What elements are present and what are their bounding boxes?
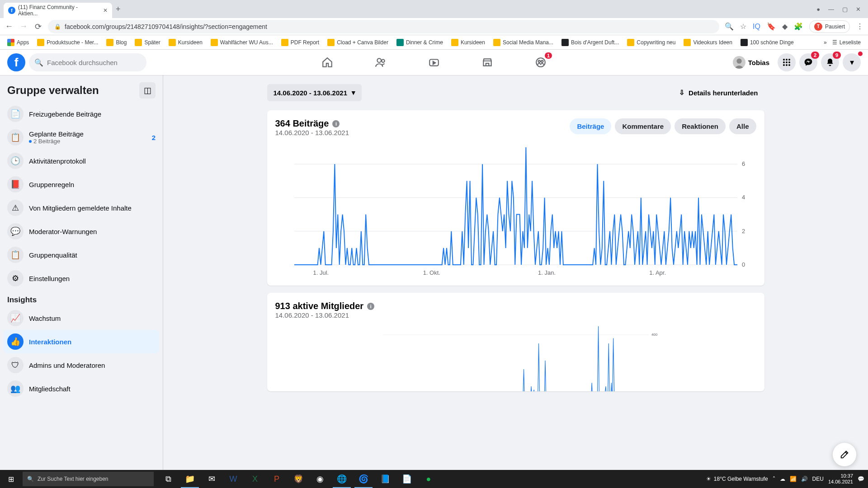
excel-icon[interactable]: X xyxy=(244,470,266,488)
bookmark[interactable]: Produktsuche - Mer... xyxy=(34,38,101,47)
filter-pill[interactable]: Reaktionen xyxy=(675,118,726,134)
sidebar-insights-item[interactable]: 🛡Admins und Moderatoren xyxy=(4,353,159,377)
bookmark[interactable]: Videokurs Ideen xyxy=(681,38,735,47)
nav-watch[interactable] xyxy=(409,50,459,75)
star-icon[interactable]: ☆ xyxy=(740,22,746,31)
close-tab-icon[interactable]: ✕ xyxy=(103,7,108,14)
brave-icon[interactable]: 🦁 xyxy=(288,470,309,488)
sidebar-item[interactable]: 📋Gruppenqualität xyxy=(4,243,159,267)
messenger-button[interactable]: 2 xyxy=(799,53,817,71)
bookmark[interactable]: Cload + Canva Bilder xyxy=(325,38,391,47)
bookmark[interactable]: Wahlfächer WU Aus... xyxy=(208,38,276,47)
volume-icon[interactable]: 🔊 xyxy=(801,476,808,482)
maximize-icon[interactable]: ▢ xyxy=(842,6,848,13)
menu-icon[interactable]: ⋮ xyxy=(856,22,863,31)
notifications-button[interactable]: 9 xyxy=(821,53,839,71)
wifi-icon[interactable]: 📶 xyxy=(790,476,797,482)
sidebar-item[interactable]: 💬Moderator-Warnungen xyxy=(4,220,159,243)
bookmark[interactable]: Bois d'Argent Duft... xyxy=(559,38,622,47)
account-dot-icon[interactable]: ● xyxy=(816,6,820,13)
bookmark[interactable]: PDF Report xyxy=(278,38,322,47)
mail-icon[interactable]: ✉ xyxy=(201,470,222,488)
edge-icon[interactable]: 🌀 xyxy=(353,470,374,488)
sidebar-insights-item[interactable]: 👥Mitgliedschaft xyxy=(4,377,159,400)
bookmark-icon xyxy=(135,39,142,46)
nav-groups[interactable]: 1 xyxy=(516,50,566,75)
fb-search[interactable]: 🔍 xyxy=(29,53,146,71)
weather-widget[interactable]: ☀ 18°C Gelbe Warnstufe xyxy=(706,476,768,482)
bookmark[interactable]: Später xyxy=(132,38,163,47)
bookmark-overflow[interactable]: » xyxy=(824,39,827,46)
bookmark-icon xyxy=(561,39,569,46)
account-menu-button[interactable]: ▾ xyxy=(843,53,861,71)
compose-button[interactable] xyxy=(833,443,856,466)
profile-link[interactable]: Tobias xyxy=(731,54,774,70)
fb-logo[interactable]: f xyxy=(7,53,25,71)
sidebar-insights-item[interactable]: 👍Interaktionen xyxy=(4,330,159,353)
search-input[interactable] xyxy=(47,59,141,66)
sidebar-item[interactable]: ⚠Von Mitgliedern gemeldete Inhalte xyxy=(4,196,159,220)
bookmark[interactable]: 100 schöne Dinge xyxy=(738,38,797,47)
close-window-icon[interactable]: ✕ xyxy=(856,6,861,13)
dns-icon[interactable]: ◆ xyxy=(782,22,788,31)
bookmark[interactable]: Kursideen xyxy=(448,38,488,47)
notepad-icon[interactable]: 📄 xyxy=(396,470,418,488)
bookmark[interactable]: Apps xyxy=(5,38,32,47)
taskbar-search[interactable]: 🔍 Zur Suche Text hier eingeben xyxy=(23,472,154,486)
bookmark[interactable]: Dinner & Crime xyxy=(394,38,446,47)
bookmark[interactable]: Kursideen xyxy=(166,38,205,47)
sidebar-item[interactable]: 📄Freizugebende Beiträge xyxy=(4,102,159,126)
nav-home[interactable] xyxy=(302,50,352,75)
minimize-icon[interactable]: — xyxy=(828,6,834,13)
sidebar-item[interactable]: ⚙Einstellungen xyxy=(4,267,159,290)
tray-chevron-icon[interactable]: ˄ xyxy=(773,476,775,482)
url-bar[interactable]: 🔒 facebook.com/groups/214827109704148/in… xyxy=(48,20,719,33)
filter-pill[interactable]: Alle xyxy=(729,118,756,134)
nav-marketplace[interactable] xyxy=(462,50,512,75)
info-icon[interactable]: i xyxy=(332,120,340,127)
apps-menu-button[interactable] xyxy=(778,53,796,71)
nav-friends[interactable] xyxy=(356,50,406,75)
clock[interactable]: 10:37 14.06.2021 xyxy=(828,473,853,485)
back-icon[interactable]: ← xyxy=(5,22,14,31)
bookmark-icon xyxy=(169,39,176,46)
sidebar-item[interactable]: 🕒Aktivitätenprotokoll xyxy=(4,149,159,173)
word-icon[interactable]: W xyxy=(222,470,244,488)
download-details-button[interactable]: ⇩ Details herunterladen xyxy=(673,84,764,101)
info-icon[interactable]: i xyxy=(367,303,374,310)
app-icon[interactable]: 📘 xyxy=(374,470,396,488)
bookmark-icon xyxy=(396,39,404,46)
extensions-icon[interactable]: 🧩 xyxy=(794,22,803,31)
reload-icon[interactable]: ⟳ xyxy=(33,22,42,32)
notification-center-icon[interactable]: 💬 xyxy=(858,476,864,482)
powerpoint-icon[interactable]: P xyxy=(266,470,288,488)
date-range-selector[interactable]: 14.06.2020 - 13.06.2021 ▾ xyxy=(267,84,362,101)
filter-pill[interactable]: Beiträge xyxy=(570,118,611,134)
filter-pill[interactable]: Kommentare xyxy=(615,118,671,134)
chrome-icon[interactable]: 🌐 xyxy=(331,470,353,488)
bookmark[interactable]: Blog xyxy=(104,38,129,47)
zoom-icon[interactable]: 🔍 xyxy=(725,22,734,31)
sidebar-item-icon: 📋 xyxy=(7,129,24,145)
profile-pause-button[interactable]: T Pausiert xyxy=(809,20,850,33)
start-button[interactable]: ⊞ xyxy=(0,470,22,488)
iq-icon[interactable]: IQ xyxy=(753,23,760,31)
bookmark[interactable]: Social Media Mana... xyxy=(491,38,556,47)
sidebar-item[interactable]: 📕Gruppenregeln xyxy=(4,173,159,196)
sidebar-item[interactable]: 📋Geplante Beiträge2 Beiträge2 xyxy=(4,126,159,149)
spotify-icon[interactable]: ● xyxy=(418,470,439,488)
tag-icon[interactable]: 🔖 xyxy=(767,22,776,31)
sidebar-layout-button[interactable]: ◫ xyxy=(139,82,156,99)
bookmark[interactable]: Copywriting neu xyxy=(624,38,678,47)
language-indicator[interactable]: DEU xyxy=(812,476,824,482)
reading-list[interactable]: ☰Leseliste xyxy=(830,38,863,47)
explorer-icon[interactable]: 📁 xyxy=(179,470,201,488)
task-view-icon[interactable]: ⧉ xyxy=(157,470,179,488)
obs-icon[interactable]: ◉ xyxy=(309,470,331,488)
sidebar-insights-item[interactable]: 📈Wachstum xyxy=(4,306,159,330)
profile-avatar-icon: T xyxy=(814,23,822,31)
onedrive-icon[interactable]: ☁ xyxy=(780,476,785,482)
url-text: facebook.com/groups/214827109704148/insi… xyxy=(65,23,267,30)
browser-tab[interactable]: f (11) Finanz Community - Aktien... ✕ xyxy=(4,3,112,18)
new-tab-button[interactable]: + xyxy=(116,5,121,14)
